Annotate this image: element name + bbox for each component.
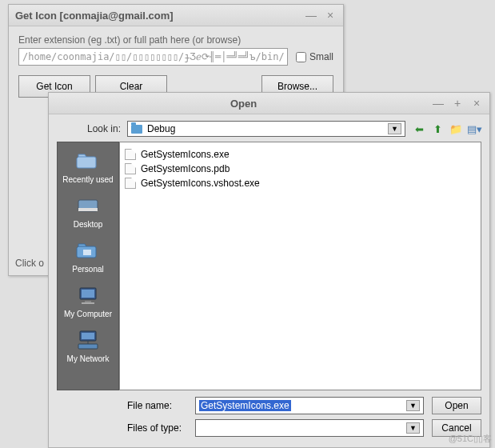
open-button[interactable]: Open xyxy=(432,397,481,414)
window-title: Open xyxy=(55,98,432,110)
path-input[interactable] xyxy=(18,48,288,66)
recent-icon xyxy=(74,149,102,173)
minimize-icon[interactable]: — xyxy=(432,97,445,110)
small-checkbox[interactable] xyxy=(296,52,306,62)
sidebar-item-label: Desktop xyxy=(74,220,103,229)
sidebar-item-label: My Computer xyxy=(64,310,112,318)
personal-icon xyxy=(74,238,102,262)
window-title: Get Icon [conmajia@gmail.com] xyxy=(15,10,305,22)
folder-icon xyxy=(131,125,142,134)
filetype-select[interactable] xyxy=(195,419,424,437)
small-checkbox-row[interactable]: Small xyxy=(296,51,333,62)
svg-rect-2 xyxy=(83,250,91,255)
file-name: GetSystemIcons.pdb xyxy=(141,163,230,174)
filetype-label: Files of type: xyxy=(127,422,187,434)
back-icon[interactable]: ⬅ xyxy=(412,122,426,136)
small-label: Small xyxy=(309,51,333,62)
network-icon xyxy=(74,328,102,352)
file-icon xyxy=(125,178,136,189)
close-icon[interactable]: × xyxy=(470,97,483,110)
filename-value: GetSystemIcons.exe xyxy=(199,400,291,411)
sidebar-item-label: Personal xyxy=(72,265,103,274)
look-in-select[interactable]: Debug xyxy=(127,121,405,137)
new-folder-icon[interactable]: 📁 xyxy=(449,122,463,136)
sidebar-item-computer[interactable]: My Computer xyxy=(59,283,117,318)
filename-input[interactable]: GetSystemIcons.exe xyxy=(195,397,424,414)
file-name: GetSystemIcons.exe xyxy=(141,149,230,160)
svg-rect-6 xyxy=(82,302,94,304)
list-item[interactable]: GetSystemIcons.vshost.exe xyxy=(125,176,476,190)
open-dialog-window: Open — + × Look in: Debug ⬅ ⬆ 📁 ▤▾ xyxy=(48,92,490,448)
file-icon xyxy=(125,149,136,160)
list-item[interactable]: GetSystemIcons.pdb xyxy=(125,162,476,176)
file-name: GetSystemIcons.vshost.exe xyxy=(141,178,260,189)
svg-rect-4 xyxy=(82,290,94,298)
desktop-icon xyxy=(74,194,102,218)
minimize-icon[interactable]: — xyxy=(305,9,317,22)
sidebar-item-personal[interactable]: Personal xyxy=(59,238,117,274)
file-list[interactable]: GetSystemIcons.exe GetSystemIcons.pdb Ge… xyxy=(119,142,481,390)
places-sidebar: Recently used Desktop Personal xyxy=(57,142,119,390)
svg-rect-8 xyxy=(82,333,94,339)
view-mode-icon[interactable]: ▤▾ xyxy=(467,122,481,136)
look-in-label: Look in: xyxy=(57,123,121,134)
sidebar-item-desktop[interactable]: Desktop xyxy=(59,194,117,229)
sidebar-item-label: My Network xyxy=(67,354,110,363)
filename-label: File name: xyxy=(127,400,187,411)
svg-rect-9 xyxy=(78,344,98,349)
look-in-value: Debug xyxy=(147,123,175,134)
file-icon xyxy=(125,163,136,174)
computer-icon xyxy=(74,283,102,307)
svg-rect-5 xyxy=(85,301,91,302)
sidebar-item-network[interactable]: My Network xyxy=(59,328,117,363)
list-item[interactable]: GetSystemIcons.exe xyxy=(125,147,476,162)
titlebar[interactable]: Get Icon [conmajia@gmail.com] — × xyxy=(9,5,343,26)
status-text: Click o xyxy=(15,258,44,269)
sidebar-item-label: Recently used xyxy=(62,175,113,184)
extension-label: Enter extension (eg .txt) or full path h… xyxy=(18,34,333,46)
titlebar[interactable]: Open — + × xyxy=(49,93,489,114)
watermark: @51C▯▯客 xyxy=(449,433,492,445)
close-icon[interactable]: × xyxy=(324,9,337,22)
up-icon[interactable]: ⬆ xyxy=(430,122,445,136)
sidebar-item-recent[interactable]: Recently used xyxy=(59,149,117,184)
maximize-icon[interactable]: + xyxy=(451,97,464,110)
svg-rect-1 xyxy=(78,208,98,211)
